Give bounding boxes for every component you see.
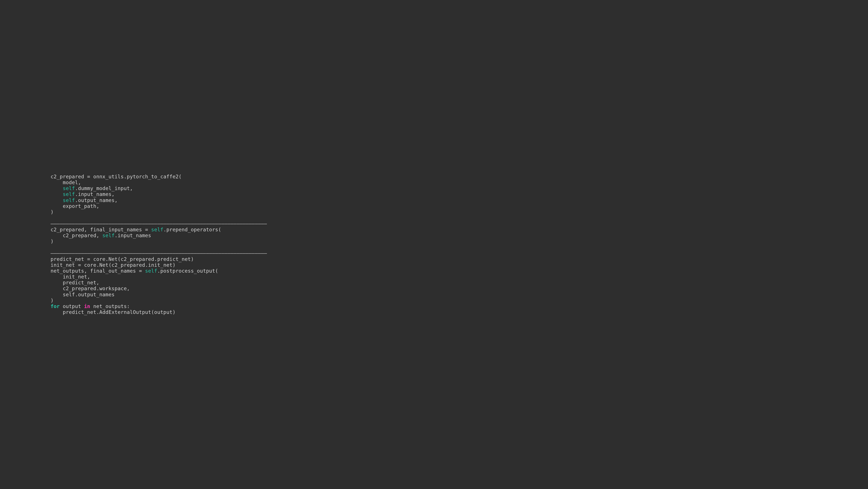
keyword-self: self bbox=[63, 192, 75, 197]
keyword-self: self bbox=[151, 227, 163, 232]
keyword-self: self bbox=[63, 185, 75, 191]
code-block: c2_prepared = onnx_utils.pytorch_to_caff… bbox=[51, 174, 267, 315]
keyword-self: self bbox=[63, 198, 75, 203]
keyword-self: self bbox=[102, 233, 115, 238]
keyword-for: for bbox=[51, 304, 60, 309]
keyword-in: in bbox=[84, 304, 90, 309]
keyword-self: self bbox=[145, 268, 157, 274]
section-divider: ––––––––––––––––––––––––––––––––––––––––… bbox=[51, 251, 267, 256]
section-divider: ––––––––––––––––––––––––––––––––––––––––… bbox=[51, 221, 267, 227]
